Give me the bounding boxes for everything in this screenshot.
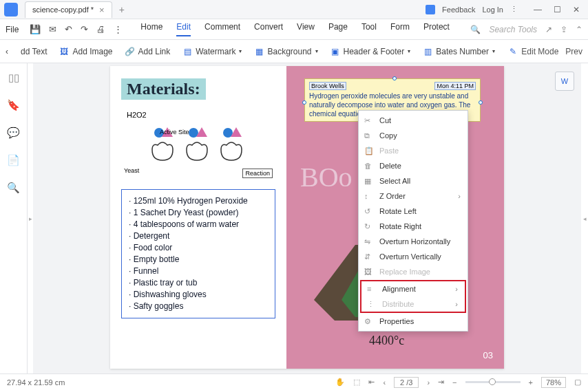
search-panel-icon[interactable]: 🔍 [7, 182, 20, 194]
zoom-level[interactable]: 78% [541, 377, 566, 388]
h2o2-label: H2O2 [127, 111, 275, 119]
boo-text: BOo [300, 161, 353, 193]
ctx-delete[interactable]: 🗑Delete [359, 158, 468, 173]
menu-more-icon[interactable]: ⋮ [114, 24, 123, 34]
maximize-icon[interactable]: ☐ [549, 5, 565, 14]
menu-home[interactable]: Home [140, 22, 162, 36]
ctx-copy[interactable]: ⧉Copy [359, 128, 468, 143]
ctx-alignment[interactable]: ≡Alignment [361, 281, 465, 296]
delete-icon: 🗑 [364, 162, 372, 170]
ctx-rotate-right[interactable]: ↻Rotate Right [359, 219, 468, 234]
page-left-content: Materials: H2O2 Yeas [110, 66, 286, 369]
menu-tool[interactable]: Tool [361, 22, 377, 36]
add-link-tool[interactable]: 🔗Add Link [125, 47, 171, 56]
prev-page-icon[interactable]: ‹ [383, 378, 386, 387]
zoom-slider[interactable] [465, 381, 521, 383]
list-item: · Plastic tray or tub [129, 277, 268, 289]
ctx-properties[interactable]: ⚙Properties [359, 314, 468, 329]
first-page-icon[interactable]: ⇤ [368, 378, 375, 387]
selection-handle[interactable] [392, 76, 397, 80]
active-site-label: Active Site [160, 129, 189, 140]
watermark-icon: ▤ [182, 47, 192, 56]
menu-convert[interactable]: Convert [254, 22, 283, 36]
close-window-icon[interactable]: ✕ [569, 5, 584, 14]
background-tool[interactable]: ▦Background▾ [254, 47, 317, 56]
selectall-icon: ▦ [364, 177, 371, 186]
zoom-thumb[interactable] [489, 378, 496, 385]
fit-page-icon[interactable]: ▢ [574, 378, 581, 387]
file-menu[interactable]: File [6, 25, 19, 34]
next-page-icon[interactable]: › [427, 378, 430, 387]
close-tab-icon[interactable]: × [99, 5, 105, 15]
header-footer-tool[interactable]: ▣Header & Footer▾ [330, 47, 411, 56]
menu-comment[interactable]: Comment [204, 22, 240, 36]
temperature-label: 4400°c [369, 334, 404, 348]
properties-icon: ⚙ [364, 317, 371, 326]
paste-icon: 📋 [364, 147, 374, 155]
mail-icon[interactable]: ✉ [49, 24, 56, 34]
toolbar-prev-icon[interactable]: ‹ [6, 47, 8, 56]
link-icon: 🔗 [125, 47, 135, 56]
bates-number-tool[interactable]: ▥Bates Number▾ [423, 47, 495, 56]
collapse-left-icon[interactable]: ▸ [28, 63, 33, 373]
menu-view[interactable]: View [297, 22, 315, 36]
preview-toggle[interactable]: Prev [565, 47, 582, 56]
last-page-icon[interactable]: ⇥ [438, 378, 444, 387]
comment-panel-icon[interactable]: 💬 [7, 127, 20, 139]
collapse-ribbon-icon[interactable]: ⌃ [576, 25, 582, 34]
redo-icon[interactable]: ↷ [81, 24, 88, 34]
login-link[interactable]: Log In [482, 6, 503, 14]
feedback-icon[interactable] [426, 5, 435, 14]
collapse-right-icon[interactable]: ◂ [581, 63, 588, 373]
selection-handle[interactable] [302, 100, 306, 105]
yeast-diagram: H2O2 Yeast Active Site [121, 111, 275, 178]
print-icon[interactable]: 🖨 [96, 24, 105, 34]
materials-list: · 125ml 10% Hydrogen Peroxide · 1 Sachet… [121, 189, 275, 318]
menu-bar: File 💾 ✉ ↶ ↷ 🖨 ⋮ Home Edit Comment Conve… [0, 19, 588, 40]
menu-page[interactable]: Page [328, 22, 348, 36]
replaceimg-icon: 🖼 [364, 268, 372, 276]
ctx-overturn-h[interactable]: ⇋Overturn Horizontally [359, 234, 468, 249]
add-image-tool[interactable]: 🖼Add Image [59, 47, 112, 56]
undo-icon[interactable]: ↶ [65, 24, 72, 34]
page-indicator[interactable]: 2 /3 [394, 377, 419, 388]
watermark-tool[interactable]: ▤Watermark▾ [182, 47, 242, 56]
ctx-z-order[interactable]: ↕Z Order [359, 188, 468, 204]
document-canvas[interactable]: Materials: H2O2 Yeas [33, 63, 581, 373]
bookmark-panel-icon[interactable]: 🔖 [7, 99, 20, 111]
edit-mode-tool[interactable]: ✎Edit Mode [508, 47, 558, 56]
thumbnail-panel-icon[interactable]: ▯▯ [8, 72, 19, 84]
share-icon[interactable]: ↗ [545, 25, 552, 34]
rotateleft-icon: ↺ [364, 207, 370, 216]
menu-form[interactable]: Form [390, 22, 410, 36]
ctx-overturn-v[interactable]: ⇵Overturn Vertically [359, 249, 468, 264]
cloud-icon[interactable]: ⇪ [560, 25, 567, 34]
save-icon[interactable]: 💾 [30, 24, 41, 34]
zoom-in-icon[interactable]: + [529, 378, 533, 387]
ctx-rotate-left[interactable]: ↺Rotate Left [359, 204, 468, 219]
menu-edit[interactable]: Edit [176, 22, 191, 36]
add-text-tool[interactable]: dd Text [21, 47, 47, 56]
image-icon: 🖼 [59, 47, 69, 56]
ctx-cut[interactable]: ✂Cut [359, 113, 468, 128]
word-export-icon[interactable]: W [555, 72, 574, 91]
minimize-icon[interactable]: — [530, 5, 545, 14]
new-tab-icon[interactable]: + [119, 4, 125, 15]
feedback-link[interactable]: Feedback [442, 6, 475, 14]
search-input[interactable]: Search Tools [489, 25, 537, 34]
list-item: · Detergent [129, 230, 268, 242]
page-number: 03 [483, 350, 493, 360]
hand-tool-icon[interactable]: ✋ [335, 378, 345, 387]
search-icon[interactable]: 🔍 [470, 25, 481, 34]
select-tool-icon[interactable]: ⬚ [353, 378, 360, 387]
ctx-select-all[interactable]: ▦Select All [359, 173, 468, 188]
more-icon[interactable]: ⋮ [510, 5, 518, 14]
menu-protect[interactable]: Protect [423, 22, 450, 36]
list-item: · 125ml 10% Hydrogen Peroxide [129, 195, 268, 207]
document-tab[interactable]: science-copy.pdf * × [25, 1, 112, 18]
selection-handle[interactable] [479, 100, 483, 105]
list-item: · Dishwashing gloves [129, 289, 268, 301]
flipv-icon: ⇵ [364, 252, 370, 261]
attachment-panel-icon[interactable]: 📄 [7, 154, 20, 166]
zoom-out-icon[interactable]: − [452, 378, 456, 387]
